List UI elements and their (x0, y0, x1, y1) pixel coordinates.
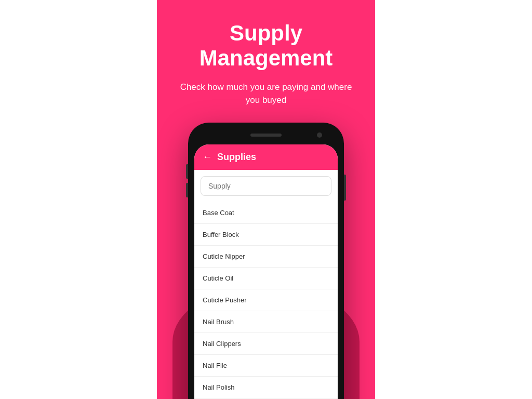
content-container: Supply Management Check how much you are… (157, 0, 375, 399)
supply-list-item[interactable]: Nail Polish (194, 377, 338, 398)
supply-list-item[interactable]: Cuticle Nipper (194, 246, 338, 268)
page-wrapper: Supply Management Check how much you are… (0, 0, 532, 399)
page-subtitle: Check how much you are paying and where … (157, 81, 375, 107)
phone-camera (317, 132, 322, 138)
volume-up-button (186, 164, 188, 179)
search-input[interactable] (201, 176, 331, 196)
supply-list-item[interactable]: Nail File (194, 355, 338, 377)
supply-list-item[interactable]: Cuticle Oil (194, 268, 338, 289)
volume-down-button (186, 183, 188, 197)
supply-list-item[interactable]: Nail Brush (194, 311, 338, 333)
supply-list: Base CoatBuffer BlockCuticle NipperCutic… (194, 202, 338, 399)
supply-list-item[interactable]: Cuticle Pusher (194, 289, 338, 311)
page-title: Supply Management (200, 21, 333, 71)
phone-screen: ← Supplies Base CoatBuffer BlockCuticle … (194, 144, 338, 399)
app-header-title: Supplies (217, 152, 256, 163)
supply-list-item[interactable]: Base Coat (194, 202, 338, 224)
phone-notch (194, 129, 338, 141)
phone-frame: ← Supplies Base CoatBuffer BlockCuticle … (188, 123, 344, 399)
phone-buttons-left (186, 164, 188, 197)
power-button (344, 175, 346, 201)
app-header: ← Supplies (194, 144, 338, 170)
back-button[interactable]: ← (203, 152, 212, 163)
phone-speaker (250, 134, 282, 137)
title-line2: Management (200, 46, 333, 70)
search-container (194, 170, 338, 202)
supply-list-item[interactable]: Buffer Block (194, 224, 338, 246)
phone-buttons-right (344, 175, 346, 201)
title-line1: Supply (230, 21, 302, 45)
supply-list-item[interactable]: Nail Clippers (194, 333, 338, 355)
